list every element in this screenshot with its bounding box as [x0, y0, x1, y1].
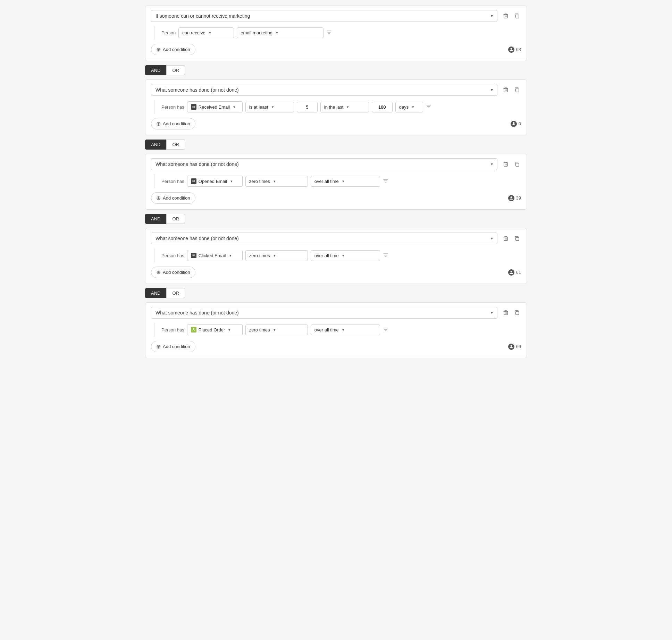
count-text-1: 63 [516, 47, 521, 52]
and-button-2[interactable]: AND [145, 140, 166, 150]
field-3-1[interactable]: zero times ▾ [245, 176, 308, 187]
add-condition-button-2[interactable]: ⊕ Add condition [151, 118, 195, 129]
delete-button-2[interactable] [502, 86, 510, 94]
condition-actions-2 [502, 86, 521, 94]
field-2-5[interactable]: days ▾ [395, 102, 423, 112]
chevron-field-2-3: ▾ [347, 105, 349, 109]
field-5-2-value: over all time [314, 327, 339, 332]
copy-button-1[interactable] [513, 12, 521, 20]
person-label-3: Person has [161, 179, 184, 184]
delete-button-3[interactable] [502, 160, 510, 168]
delete-button-1[interactable] [502, 12, 510, 20]
page-container: If someone can or cannot receive marketi… [145, 6, 527, 358]
condition-title-text-1: If someone can or cannot receive marketi… [156, 13, 250, 19]
plus-icon-4: ⊕ [156, 269, 161, 276]
person-count-icon-2 [511, 121, 517, 127]
filter-icon-1[interactable] [326, 30, 332, 36]
condition-title-select-4[interactable]: What someone has done (or not done) ▾ [151, 233, 497, 244]
condition-title-select-2[interactable]: What someone has done (or not done) ▾ [151, 84, 497, 96]
field-1-0[interactable]: can receive ▾ [178, 27, 234, 38]
filter-icon-5[interactable] [383, 327, 388, 333]
count-text-4: 61 [516, 270, 521, 275]
copy-button-5[interactable] [513, 309, 521, 317]
filter-icon-4[interactable] [383, 252, 388, 259]
add-condition-row-1: ⊕ Add condition 63 [151, 44, 521, 55]
field-5-1[interactable]: zero times ▾ [245, 325, 308, 335]
chevron-field-3-2: ▾ [342, 179, 344, 184]
chevron-field-2-1: ▾ [272, 105, 274, 109]
condition-actions-5 [502, 309, 521, 317]
filter-icon-2[interactable] [426, 104, 431, 110]
and-button-1[interactable]: AND [145, 65, 166, 75]
condition-actions-3 [502, 160, 521, 168]
and-button-4[interactable]: AND [145, 288, 166, 298]
condition-row-4: Person has ✉ Clicked Email ▾ zero times … [154, 249, 521, 262]
chevron-field-5-2: ▾ [342, 328, 344, 332]
field-4-1[interactable]: zero times ▾ [245, 250, 308, 261]
copy-button-2[interactable] [513, 86, 521, 94]
add-condition-label-1: Add condition [163, 47, 190, 52]
field-1-1[interactable]: email marketing ▾ [237, 27, 324, 38]
field-5-0[interactable]: S Placed Order ▾ [187, 324, 243, 335]
logic-row-2: AND OR [145, 140, 527, 150]
condition-row-2: Person has ✉ Received Email ▾ is at leas… [154, 100, 521, 114]
copy-button-4[interactable] [513, 234, 521, 243]
field-3-2[interactable]: over all time ▾ [311, 176, 380, 187]
condition-actions-1 [502, 12, 521, 20]
chevron-icon-5: ▾ [491, 310, 493, 315]
field-5-1-value: zero times [249, 327, 270, 332]
condition-title-select-1[interactable]: If someone can or cannot receive marketi… [151, 10, 497, 22]
chevron-field-4-0: ▾ [229, 253, 232, 258]
condition-row-3: Person has ✉ Opened Email ▾ zero times ▾… [154, 174, 521, 188]
add-condition-row-2: ⊕ Add condition 0 [151, 118, 521, 129]
add-condition-button-1[interactable]: ⊕ Add condition [151, 44, 195, 55]
field-2-1-value: is at least [249, 104, 268, 110]
filter-icon-3[interactable] [383, 178, 388, 185]
svg-rect-0 [516, 15, 519, 18]
add-condition-button-5[interactable]: ⊕ Add condition [151, 341, 195, 352]
chevron-icon-2: ▾ [491, 87, 493, 92]
or-button-4[interactable]: OR [166, 288, 185, 298]
condition-title-select-5[interactable]: What someone has done (or not done) ▾ [151, 307, 497, 319]
add-condition-button-4[interactable]: ⊕ Add condition [151, 267, 195, 278]
person-label-1: Person [161, 30, 176, 35]
copy-button-3[interactable] [513, 160, 521, 168]
delete-button-5[interactable] [502, 309, 510, 317]
condition-title-select-3[interactable]: What someone has done (or not done) ▾ [151, 158, 497, 170]
field-1-1-value: email marketing [241, 30, 272, 35]
field-5-2[interactable]: over all time ▾ [311, 325, 380, 335]
svg-rect-4 [516, 163, 519, 166]
count-text-2: 0 [519, 121, 521, 126]
condition-title-text-5: What someone has done (or not done) [156, 310, 239, 315]
condition-block-1: If someone can or cannot receive marketi… [145, 6, 527, 61]
field-2-0[interactable]: ✉ Received Email ▾ [187, 101, 243, 112]
add-condition-row-3: ⊕ Add condition 39 [151, 192, 521, 204]
or-button-1[interactable]: OR [166, 65, 185, 75]
field-3-1-value: zero times [249, 179, 270, 184]
logic-row-3: AND OR [145, 214, 527, 224]
email-icon-4-0: ✉ [191, 253, 196, 258]
chevron-field-2-0: ▾ [233, 105, 235, 109]
svg-rect-2 [516, 89, 519, 92]
or-button-2[interactable]: OR [166, 140, 185, 150]
field-2-3[interactable]: in the last ▾ [320, 102, 369, 112]
field-2-3-value: in the last [324, 104, 344, 110]
logic-row-4: AND OR [145, 288, 527, 298]
field-4-0[interactable]: ✉ Clicked Email ▾ [187, 250, 243, 261]
field-3-0[interactable]: ✉ Opened Email ▾ [187, 176, 243, 187]
and-button-3[interactable]: AND [145, 214, 166, 224]
person-count-1: 63 [508, 47, 521, 53]
count-text-5: 66 [516, 344, 521, 349]
field-2-2[interactable] [297, 102, 318, 112]
add-condition-label-3: Add condition [163, 195, 190, 201]
condition-row-5: Person has S Placed Order ▾ zero times ▾… [154, 323, 521, 337]
field-4-2[interactable]: over all time ▾ [311, 250, 380, 261]
field-2-4[interactable] [372, 102, 393, 112]
condition-header-3: What someone has done (or not done) ▾ [151, 158, 521, 170]
condition-title-text-2: What someone has done (or not done) [156, 87, 239, 93]
field-2-1[interactable]: is at least ▾ [245, 102, 294, 112]
or-button-3[interactable]: OR [166, 214, 185, 224]
delete-button-4[interactable] [502, 234, 510, 243]
add-condition-button-3[interactable]: ⊕ Add condition [151, 192, 195, 204]
condition-actions-4 [502, 234, 521, 243]
